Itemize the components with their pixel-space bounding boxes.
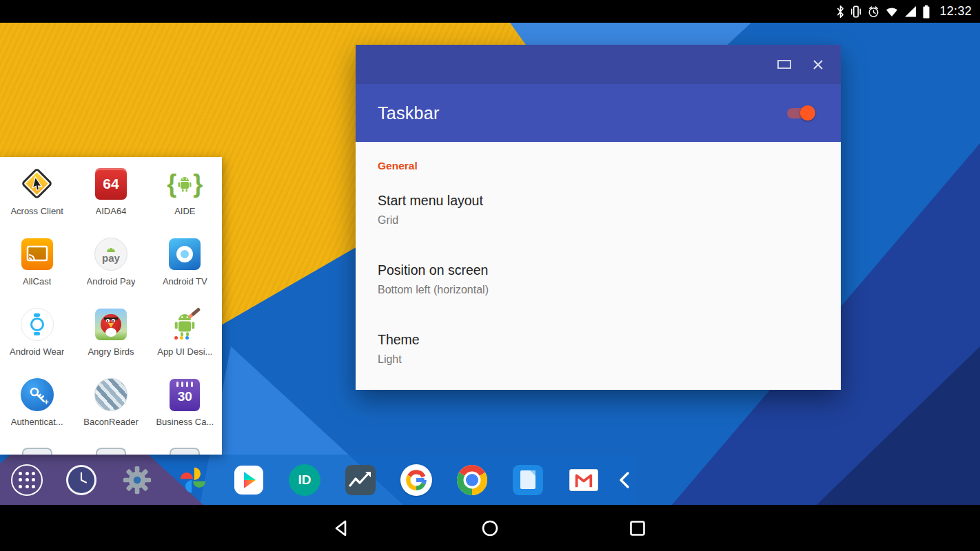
- app-label: AIDE: [174, 206, 195, 216]
- android-paintbrush-icon: [166, 306, 203, 343]
- striped-circle-icon: [92, 376, 130, 413]
- setting-start-menu-layout[interactable]: Start menu layout Grid: [378, 193, 819, 227]
- taskbar-app-chrome[interactable]: [455, 463, 489, 497]
- taskbar-app-clock[interactable]: [64, 463, 99, 497]
- app-aida64[interactable]: 64 AIDA64: [74, 165, 147, 236]
- bluetooth-icon: [836, 5, 845, 19]
- app-app-ui-designer[interactable]: App UI Desi...: [148, 306, 222, 376]
- start-button[interactable]: [11, 464, 43, 496]
- recents-icon: [628, 519, 647, 538]
- app-across-client[interactable]: Across Client: [0, 165, 74, 236]
- app-partial[interactable]: [148, 446, 222, 455]
- home-button[interactable]: [480, 519, 500, 538]
- gmail-icon: [569, 469, 598, 491]
- clock-icon: [66, 465, 96, 495]
- road-sign-cursor-icon: [19, 165, 56, 202]
- app-partial[interactable]: [74, 446, 147, 455]
- wifi-icon: [885, 5, 899, 19]
- app-icon-partial: [170, 448, 200, 455]
- app-grid-icon: [19, 472, 35, 488]
- taskbar-enable-toggle[interactable]: [787, 108, 813, 118]
- app-android-pay[interactable]: pay Android Pay: [74, 236, 147, 306]
- taskbar-app-id[interactable]: ID: [287, 463, 322, 497]
- taskbar-app-play-store[interactable]: [232, 463, 266, 497]
- taskbar-settings-window: Taskbar General Start menu layout Grid P…: [356, 45, 841, 390]
- page-title: Taskbar: [378, 103, 787, 123]
- app-label: Angry Birds: [88, 346, 134, 357]
- app-allcast[interactable]: AllCast: [0, 236, 74, 306]
- home-icon: [480, 519, 500, 538]
- taskbar-app-photos[interactable]: [176, 463, 210, 497]
- app-baconreader[interactable]: BaconReader: [74, 376, 147, 446]
- setting-position-on-screen[interactable]: Position on screen Bottom left (horizont…: [378, 262, 819, 296]
- app-icon-partial: [22, 448, 52, 455]
- taskbar-app-files[interactable]: [511, 463, 545, 497]
- blue-lens-icon: [166, 236, 203, 273]
- photos-pinwheel-icon: [178, 465, 208, 495]
- app-label: Android Wear: [10, 346, 64, 357]
- app-label: Business Ca...: [156, 417, 214, 427]
- play-store-icon: [233, 464, 265, 496]
- back-icon: [333, 519, 352, 538]
- app-label: BaconReader: [83, 417, 139, 427]
- google-g-icon: [400, 464, 432, 496]
- close-icon[interactable]: [812, 59, 824, 71]
- setting-theme[interactable]: Theme Light: [378, 332, 819, 366]
- android-braces-icon: { }: [166, 165, 203, 202]
- signal-icon: [904, 5, 917, 19]
- taskbar-app-settings[interactable]: [120, 463, 154, 497]
- chevron-left-icon: [616, 469, 633, 491]
- blue-key-icon: +: [19, 376, 56, 413]
- app-angry-birds[interactable]: Angry Birds: [74, 306, 147, 376]
- app-partial[interactable]: [0, 446, 74, 455]
- gear-icon: [121, 464, 153, 496]
- battery-icon: [922, 5, 930, 19]
- red-square-icon: 64: [92, 165, 130, 202]
- start-menu: Across Client 64 AIDA64 {: [0, 157, 222, 455]
- chart-app-icon: [345, 465, 376, 495]
- back-button[interactable]: [333, 519, 352, 538]
- purple-calendar-icon: 30: [166, 376, 203, 413]
- watch-circle-icon: [19, 306, 56, 343]
- orange-cast-screen-icon: [19, 236, 56, 273]
- recents-button[interactable]: [628, 519, 647, 538]
- app-label: Android Pay: [87, 276, 136, 287]
- app-label: App UI Desi...: [157, 346, 212, 357]
- app-android-tv[interactable]: Android TV: [148, 236, 222, 306]
- red-bird-icon: [92, 306, 130, 343]
- app-label: AllCast: [23, 276, 51, 287]
- collapse-taskbar-button[interactable]: [616, 469, 633, 491]
- taskbar: ID: [0, 455, 635, 505]
- app-label: AIDA64: [96, 206, 127, 216]
- settings-list: General Start menu layout Grid Position …: [356, 142, 841, 419]
- navigation-bar: [0, 505, 980, 551]
- status-bar: 12:32: [0, 0, 980, 23]
- alarm-icon: [867, 5, 880, 19]
- app-android-wear[interactable]: Android Wear: [0, 306, 74, 376]
- id-app-icon: ID: [289, 464, 320, 496]
- taskbar-app-google[interactable]: [399, 463, 433, 497]
- app-label: Android TV: [163, 276, 207, 287]
- pay-circle-icon: pay: [92, 236, 130, 273]
- chrome-icon: [457, 465, 487, 495]
- section-header: General: [378, 160, 819, 172]
- taskbar-app-gmail[interactable]: [566, 463, 601, 497]
- app-label: Authenticat...: [11, 417, 63, 427]
- clock-time: 12:32: [939, 4, 972, 19]
- app-aide[interactable]: { } AIDE: [148, 165, 222, 236]
- app-authenticator[interactable]: + Authenticat...: [0, 376, 74, 446]
- window-titlebar: Taskbar: [356, 84, 841, 142]
- toggle-thumb: [800, 105, 815, 121]
- app-label: Across Client: [10, 206, 63, 216]
- app-business-calendar[interactable]: 30 Business Ca...: [148, 376, 222, 446]
- taskbar-app-chart[interactable]: [343, 463, 378, 497]
- app-icon-partial: [96, 448, 126, 455]
- window-decor-strip: [356, 45, 841, 84]
- files-icon: [513, 465, 543, 495]
- vibrate-icon: [850, 5, 862, 19]
- maximize-icon[interactable]: [777, 60, 791, 69]
- app-grid: Across Client 64 AIDA64 {: [0, 157, 222, 455]
